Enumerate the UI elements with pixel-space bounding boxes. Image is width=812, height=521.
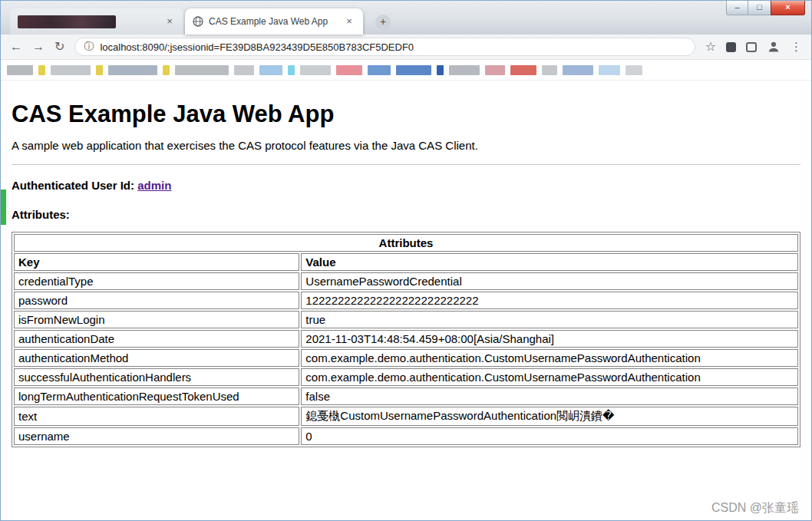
- watermark: CSDN @张童瑶: [711, 500, 799, 516]
- redacted-bookmark[interactable]: [163, 65, 170, 75]
- column-header-value: Value: [301, 253, 798, 271]
- url-text: localhost:8090/;jsessionid=FE39D8BA92343…: [100, 41, 414, 53]
- attr-value: com.example.demo.authentication.CustomUs…: [301, 368, 798, 386]
- authenticated-user-label: Authenticated User Id:: [12, 179, 134, 192]
- menu-icon[interactable]: ⋮: [791, 40, 802, 54]
- column-header-key: Key: [14, 253, 299, 271]
- attr-key: longTermAuthenticationRequestTokenUsed: [14, 387, 299, 405]
- address-bar[interactable]: ⓘ localhost:8090/;jsessionid=FE39D8BA923…: [74, 38, 695, 56]
- attr-key: text: [14, 407, 299, 426]
- attr-value: com.example.demo.authentication.CustomUs…: [301, 349, 798, 367]
- table-title: Attributes: [14, 234, 798, 252]
- redacted-bookmark[interactable]: [108, 65, 157, 75]
- redacted-bookmark[interactable]: [626, 65, 642, 75]
- attr-value: 0: [301, 427, 798, 445]
- tab-title: CAS Example Java Web App: [209, 16, 343, 27]
- redacted-bookmark[interactable]: [175, 65, 229, 75]
- reload-icon[interactable]: ↻: [54, 41, 64, 53]
- table-row: password122222222222222222222222222: [14, 292, 798, 309]
- attr-key: authenticationMethod: [14, 349, 299, 367]
- redacted-bookmark[interactable]: [7, 65, 33, 75]
- authenticated-user-line: Authenticated User Id: admin: [12, 179, 800, 192]
- browser-window: – □ × × CAS Example Java Web App × + ← →…: [0, 0, 812, 521]
- redacted-bookmark[interactable]: [437, 65, 444, 75]
- table-row: isFromNewLogintrue: [14, 311, 798, 328]
- close-window-button[interactable]: ×: [771, 1, 805, 15]
- redacted-bookmark[interactable]: [259, 65, 282, 75]
- attr-value: true: [301, 311, 798, 328]
- attr-value: 122222222222222222222222222: [301, 292, 798, 309]
- profile-icon[interactable]: [767, 40, 781, 54]
- table-row: text鎴戞槸CustomUsernamePasswordAuthenticat…: [14, 407, 798, 426]
- side-panel-icon[interactable]: [746, 42, 757, 52]
- redacted-bookmark[interactable]: [234, 65, 254, 75]
- redacted-bookmark[interactable]: [51, 65, 91, 75]
- minimize-button[interactable]: –: [726, 1, 748, 15]
- redacted-bookmark[interactable]: [563, 65, 593, 75]
- maximize-button[interactable]: □: [748, 1, 771, 15]
- tab-close-icon[interactable]: ×: [343, 15, 355, 28]
- redacted-bookmark[interactable]: [485, 65, 505, 75]
- bookmarks-bar: [1, 60, 811, 81]
- redacted-bookmark[interactable]: [599, 65, 620, 75]
- attributes-heading: Attributes:: [12, 208, 800, 221]
- attributes-table: Attributes Key Value credentialTypeUsern…: [12, 232, 800, 447]
- new-tab-button[interactable]: +: [375, 15, 391, 30]
- attr-key: password: [14, 292, 299, 309]
- redacted-bookmark[interactable]: [96, 65, 103, 75]
- tab-cas-app[interactable]: CAS Example Java Web App ×: [185, 8, 363, 35]
- attr-value: false: [301, 387, 798, 405]
- tab-redacted[interactable]: ×: [10, 8, 183, 35]
- extension-icon[interactable]: [726, 42, 736, 52]
- redacted-bookmark[interactable]: [336, 65, 362, 75]
- table-row: authenticationMethodcom.example.demo.aut…: [14, 349, 798, 367]
- redacted-bookmark[interactable]: [288, 65, 295, 75]
- green-edge-marker: [1, 190, 6, 225]
- window-controls: – □ ×: [726, 1, 805, 15]
- divider: [12, 164, 800, 165]
- table-row: authenticationDate2021-11-03T14:48:54.45…: [14, 330, 798, 348]
- redacted-bookmark[interactable]: [368, 65, 391, 75]
- attr-value: 2021-11-03T14:48:54.459+08:00[Asia/Shang…: [301, 330, 798, 348]
- tab-strip: – □ × × CAS Example Java Web App × +: [1, 1, 811, 35]
- authenticated-user-link[interactable]: admin: [137, 179, 171, 192]
- attr-key: credentialType: [14, 272, 299, 290]
- attr-key: successfulAuthenticationHandlers: [14, 368, 299, 386]
- redacted-bookmark[interactable]: [300, 65, 331, 75]
- attr-value: 鎴戞槸CustomUsernamePasswordAuthentication閲…: [301, 407, 798, 426]
- redacted-tab-title: [18, 15, 116, 28]
- attr-value: UsernamePasswordCredential: [301, 272, 798, 290]
- table-row: successfulAuthenticationHandlerscom.exam…: [14, 368, 798, 386]
- redacted-bookmark[interactable]: [510, 65, 536, 75]
- attr-key: isFromNewLogin: [14, 311, 299, 328]
- page-title: CAS Example Java Web App: [12, 101, 800, 128]
- redacted-bookmark[interactable]: [449, 65, 480, 75]
- table-row: credentialTypeUsernamePasswordCredential: [14, 272, 798, 290]
- back-icon[interactable]: ←: [10, 41, 22, 53]
- page-content: CAS Example Java Web App A sample web ap…: [1, 81, 811, 520]
- redacted-bookmark[interactable]: [38, 65, 45, 75]
- navigation-bar: ← → ↻ ⓘ localhost:8090/;jsessionid=FE39D…: [1, 35, 811, 60]
- page-description: A sample web application that exercises …: [12, 139, 800, 152]
- attr-key: username: [14, 427, 299, 445]
- table-row: longTermAuthenticationRequestTokenUsedfa…: [14, 387, 798, 405]
- globe-icon: [193, 16, 203, 27]
- redacted-bookmark[interactable]: [542, 65, 557, 75]
- table-row: username0: [14, 427, 798, 445]
- bookmark-star-icon[interactable]: ☆: [705, 41, 716, 53]
- redacted-bookmark[interactable]: [396, 65, 431, 75]
- tab-close-icon[interactable]: ×: [163, 15, 176, 28]
- site-info-icon[interactable]: ⓘ: [84, 40, 94, 54]
- forward-icon[interactable]: →: [32, 41, 45, 53]
- attr-key: authenticationDate: [14, 330, 299, 348]
